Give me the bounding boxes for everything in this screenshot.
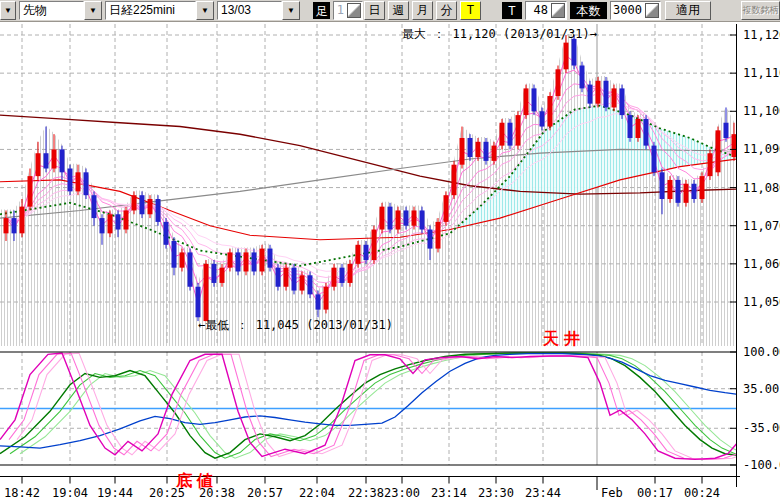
candle-body	[660, 172, 665, 199]
candle-body	[444, 195, 449, 222]
mini-dropdown-button[interactable]: ▼	[0, 1, 16, 20]
contract-dropdown-arrow-icon[interactable]: ▼	[282, 1, 300, 20]
category-dropdown-arrow-icon[interactable]: ▼	[84, 1, 102, 20]
price-axis-label: 11,070	[743, 219, 780, 233]
candle-body	[348, 264, 353, 283]
candle-body	[396, 210, 401, 229]
main-price-pane	[0, 24, 737, 346]
candle-body	[12, 218, 17, 233]
candle-body	[68, 169, 73, 192]
interval-value: 1	[334, 2, 346, 19]
candle-body	[420, 210, 425, 229]
symbol-dropdown-arrow-icon[interactable]: ▼	[196, 1, 214, 20]
candle-body	[580, 66, 585, 89]
candle-body	[268, 249, 273, 268]
price-and-oscillator-chart[interactable]: 11,12011,11011,10011,09011,08011,07011,0…	[0, 0, 780, 501]
candle-body	[548, 96, 553, 127]
price-axis-label: 11,090	[743, 142, 780, 156]
candle-body	[364, 245, 369, 260]
candle-body	[620, 88, 625, 115]
candle-body	[532, 88, 537, 111]
multi-symbol-button-disabled: 複数銘柄	[741, 1, 780, 20]
overbought-ceiling-label: 天井	[543, 329, 585, 350]
candle-body	[332, 268, 337, 287]
candle-body	[412, 210, 417, 225]
candle-body	[716, 130, 721, 172]
candle-body	[500, 123, 505, 146]
bar-count-spinner[interactable]: 3000	[610, 1, 661, 20]
period-month-button[interactable]: 月	[412, 1, 433, 20]
period-week-button[interactable]: 週	[388, 1, 409, 20]
candle-body	[516, 115, 521, 146]
candle-body	[44, 153, 49, 168]
time-axis-label: 00:17	[637, 486, 673, 500]
period-tick-button-active[interactable]: T	[460, 1, 481, 20]
time-axis-label: 22:38	[348, 486, 384, 500]
oscillator-axis-label: -35.00	[743, 421, 780, 435]
contract-month-value: 13/03	[217, 1, 282, 20]
tick-label: T	[502, 2, 522, 19]
tick-size-spinner[interactable]: 48	[525, 1, 567, 20]
candle-body	[220, 268, 225, 283]
time-axis-label: 23:30	[478, 486, 514, 500]
candle-body	[524, 88, 529, 115]
candle-body	[92, 195, 97, 218]
candle-body	[28, 176, 33, 207]
price-axis-label: 11,100	[743, 104, 780, 118]
oscillator-pane	[0, 352, 780, 465]
contract-month-combobox[interactable]: 13/03 ▼	[217, 1, 300, 20]
candle-body	[84, 172, 89, 195]
candle-body	[452, 165, 457, 196]
candle-body	[100, 218, 105, 233]
time-axis-label: 23:44	[525, 486, 561, 500]
category-combobox[interactable]: 先物 ▼	[19, 1, 102, 20]
candle-body	[564, 43, 569, 70]
apply-button[interactable]: 適用	[665, 1, 711, 20]
candle-body	[460, 138, 465, 165]
candle-body	[180, 252, 185, 267]
candle-body	[492, 146, 497, 161]
candle-body	[692, 184, 697, 199]
period-day-button[interactable]: 日	[364, 1, 385, 20]
chart-application-window: { "toolbar": { "mini_dropdown_arrow": "▼…	[0, 0, 780, 501]
candle-body	[52, 149, 57, 168]
price-axis-label: 11,050	[743, 295, 780, 309]
time-axis-label: 22:04	[299, 486, 335, 500]
candle-body	[732, 134, 737, 157]
oscillator-axis-label: 35.00	[743, 382, 779, 396]
candle-body	[316, 294, 321, 309]
candle-body	[588, 85, 593, 104]
candle-body	[468, 138, 473, 157]
candle-body	[684, 184, 689, 203]
candle-body	[148, 199, 153, 214]
candle-body	[156, 199, 161, 222]
interval-spin-button-icon[interactable]	[347, 3, 361, 18]
price-axis-label: 11,120	[743, 28, 780, 42]
candle-body	[404, 210, 409, 225]
candle-body	[124, 210, 129, 229]
category-value: 先物	[19, 1, 84, 20]
candle-body	[676, 180, 681, 203]
price-axis-label: 11,110	[743, 66, 780, 80]
session-high-annotation: 最大 ： 11,120 (2013/01/31)→	[402, 26, 597, 43]
bar-count-spin-button-icon[interactable]	[645, 3, 659, 18]
time-axis-label: 23:00	[384, 486, 420, 500]
price-axis-label: 11,060	[743, 257, 780, 271]
candle-body	[388, 207, 393, 230]
tick-size-spin-button-icon[interactable]	[551, 3, 565, 18]
candle-body	[252, 252, 257, 271]
time-axis-label: 19:04	[52, 486, 88, 500]
candle-body	[244, 252, 249, 271]
candle-body	[556, 69, 561, 96]
candle-body	[212, 264, 217, 283]
interval-spinner[interactable]: 1	[333, 1, 363, 20]
symbol-value: 日経225mini	[105, 1, 196, 20]
candle-body	[668, 180, 673, 199]
oscillator-axis-label: 100.00	[743, 345, 780, 359]
candle-body	[140, 195, 145, 214]
symbol-combobox[interactable]: 日経225mini ▼	[105, 1, 214, 20]
time-axis-label: 18:42	[4, 486, 40, 500]
candle-body	[356, 245, 361, 264]
tick-size-value: 48	[526, 2, 550, 19]
period-minute-button[interactable]: 分	[436, 1, 457, 20]
